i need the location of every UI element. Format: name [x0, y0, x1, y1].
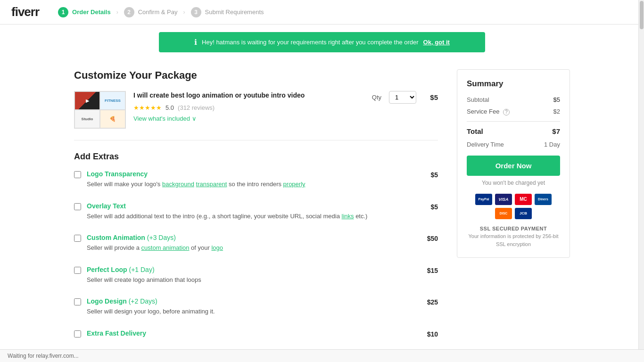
extra-item-extra-fast: Extra Fast Delivery $10: [74, 329, 438, 338]
product-img-cell-3: Studio: [74, 110, 100, 128]
product-name: I will create best logo animation or you…: [133, 91, 364, 100]
scrollbar[interactable]: [638, 0, 644, 361]
extra-details-custom-animation: Custom Animation (+3 Days) Seller will p…: [87, 234, 413, 253]
extra-days-custom-animation: (+3 Days): [147, 234, 176, 241]
extra-price-overlay-text: $5: [419, 203, 438, 211]
extra-checkbox-overlay-text[interactable]: [74, 203, 81, 210]
summary-card: Summary Subtotal $5 Service Fee ? $2 Tot…: [457, 69, 570, 258]
qty-label: Qty: [372, 94, 381, 101]
extra-checkbox-logo-transparency[interactable]: [74, 171, 81, 178]
extra-link-logo[interactable]: logo: [211, 244, 223, 251]
extra-item-overlay-text: Overlay Text Seller will add additional …: [74, 202, 438, 221]
extra-desc-logo-design: Seller will design your logo, before ani…: [87, 307, 413, 316]
payment-icons: PayPal VISA MC Diners DISC JCB: [467, 194, 560, 219]
service-fee-label-container: Service Fee ?: [467, 108, 510, 115]
extra-link-properly[interactable]: properly: [283, 181, 305, 188]
ssl-title: SSL SECURED PAYMENT: [467, 225, 560, 233]
extra-name-extra-fast[interactable]: Extra Fast Delivery: [87, 329, 413, 337]
extra-desc-logo-transparency: Seller will make your logo's background …: [87, 180, 413, 189]
step-3[interactable]: 3 Submit Requirements: [191, 7, 264, 17]
extra-link-background[interactable]: background: [162, 181, 194, 188]
extra-name-logo-design[interactable]: Logo Design (+2 Days): [87, 297, 413, 305]
extra-days-perfect-loop: (+1 Day): [129, 266, 154, 273]
product-img-cell-2: FITNESS: [100, 91, 125, 110]
order-now-button[interactable]: Order Now: [467, 156, 560, 176]
extra-price-custom-animation: $50: [419, 235, 438, 242]
subtotal-label: Subtotal: [467, 96, 489, 103]
product-img-cell-4: 🍕: [100, 110, 125, 128]
main-content: Customize Your Package ▶ FITNESS Studio …: [63, 60, 581, 361]
ssl-desc: Your information is protected by 256-bit…: [469, 233, 559, 247]
summary-subtotal-row: Subtotal $5: [467, 96, 560, 103]
subtotal-value: $5: [553, 96, 560, 103]
summary-divider: [467, 121, 560, 122]
info-icon: ℹ: [194, 38, 197, 47]
step-1-circle: 1: [58, 7, 68, 17]
extra-checkbox-logo-design[interactable]: [74, 298, 81, 305]
qty-select[interactable]: 1 2 3: [389, 91, 416, 104]
step-arrow-2: ›: [183, 9, 185, 16]
total-value: $7: [552, 127, 560, 135]
summary-delivery-row: Delivery Time 1 Day: [467, 141, 560, 148]
extra-details-overlay-text: Overlay Text Seller will add additional …: [87, 202, 413, 221]
extra-details-perfect-loop: Perfect Loop (+1 Day) Seller will create…: [87, 266, 413, 285]
extra-days-logo-design: (+2 Days): [129, 297, 157, 305]
extra-price-extra-fast: $10: [419, 330, 438, 338]
extra-desc-perfect-loop: Seller will create logo animation that l…: [87, 275, 413, 285]
extra-name-perfect-loop[interactable]: Perfect Loop (+1 Day): [87, 266, 413, 273]
header: fiverr 1 Order Details › 2 Confirm & Pay…: [0, 0, 644, 25]
extra-details-logo-design: Logo Design (+2 Days) Seller will design…: [87, 297, 413, 316]
step-3-circle: 3: [191, 7, 201, 17]
package-title: Customize Your Package: [74, 69, 438, 82]
product-price: $5: [424, 93, 438, 101]
extra-checkbox-extra-fast[interactable]: [74, 330, 81, 337]
step-1[interactable]: 1 Order Details: [58, 7, 111, 17]
extra-checkbox-custom-animation[interactable]: [74, 235, 81, 242]
visa-icon: VISA: [495, 194, 512, 205]
paypal-icon: PayPal: [475, 194, 492, 205]
product-reviews: (312 reviews): [178, 104, 215, 111]
service-fee-help-icon[interactable]: ?: [503, 109, 510, 115]
extra-link-transparent[interactable]: transparent: [196, 181, 227, 188]
scroll-thumb[interactable]: [640, 1, 644, 29]
bottom-status-bar: Waiting for relay.fiverr.com...: [0, 349, 644, 361]
extra-item-logo-design: Logo Design (+2 Days) Seller will design…: [74, 297, 438, 316]
product-row: ▶ FITNESS Studio 🍕 I will create best lo…: [74, 91, 438, 140]
extra-link-custom[interactable]: custom animation: [141, 244, 190, 251]
extra-name-logo-transparency[interactable]: Logo Transparency: [87, 170, 413, 178]
delivery-value: 1 Day: [544, 141, 560, 148]
extra-name-custom-animation[interactable]: Custom Animation (+3 Days): [87, 234, 413, 241]
product-img-cell-1: ▶: [74, 91, 100, 110]
product-rating: 5.0: [165, 104, 174, 111]
extra-price-perfect-loop: $15: [419, 267, 438, 274]
mastercard-icon: MC: [515, 194, 532, 205]
extra-name-overlay-text[interactable]: Overlay Text: [87, 202, 413, 210]
steps-nav: 1 Order Details › 2 Confirm & Pay › 3 Su…: [58, 7, 264, 17]
alert-banner: ℹ Hey! hatmans is waiting for your requi…: [159, 32, 485, 52]
service-fee-label: Service Fee: [467, 108, 499, 115]
not-charged-text: You won't be charged yet: [467, 180, 560, 186]
alert-message: Hey! hatmans is waiting for your require…: [202, 39, 419, 46]
extra-checkbox-perfect-loop[interactable]: [74, 267, 81, 274]
fiverr-logo: fiverr: [11, 5, 39, 19]
step-2-circle: 2: [124, 7, 134, 17]
product-info: I will create best logo animation or you…: [133, 91, 364, 122]
extra-details-extra-fast: Extra Fast Delivery: [87, 329, 413, 337]
ok-got-it-link[interactable]: Ok, got it: [423, 39, 450, 46]
extra-desc-custom-animation: Seller will provide a custom animation o…: [87, 243, 413, 253]
extra-item-custom-animation: Custom Animation (+3 Days) Seller will p…: [74, 234, 438, 253]
extra-link-links[interactable]: links: [342, 213, 354, 220]
left-section: Customize Your Package ▶ FITNESS Studio …: [74, 69, 438, 351]
extra-item-perfect-loop: Perfect Loop (+1 Day) Seller will create…: [74, 266, 438, 285]
summary-total-row: Total $7: [467, 127, 560, 135]
view-included-link[interactable]: View what's included ∨: [133, 115, 197, 122]
step-3-label: Submit Requirements: [205, 8, 264, 16]
ssl-text: SSL SECURED PAYMENT Your information is …: [467, 225, 560, 248]
step-1-label: Order Details: [72, 8, 111, 16]
extra-details-logo-transparency: Logo Transparency Seller will make your …: [87, 170, 413, 189]
status-text: Waiting for relay.fiverr.com...: [8, 353, 79, 359]
service-fee-value: $2: [553, 108, 560, 115]
step-2[interactable]: 2 Confirm & Pay: [124, 7, 178, 17]
delivery-label: Delivery Time: [467, 141, 504, 148]
extra-item-logo-transparency: Logo Transparency Seller will make your …: [74, 170, 438, 189]
